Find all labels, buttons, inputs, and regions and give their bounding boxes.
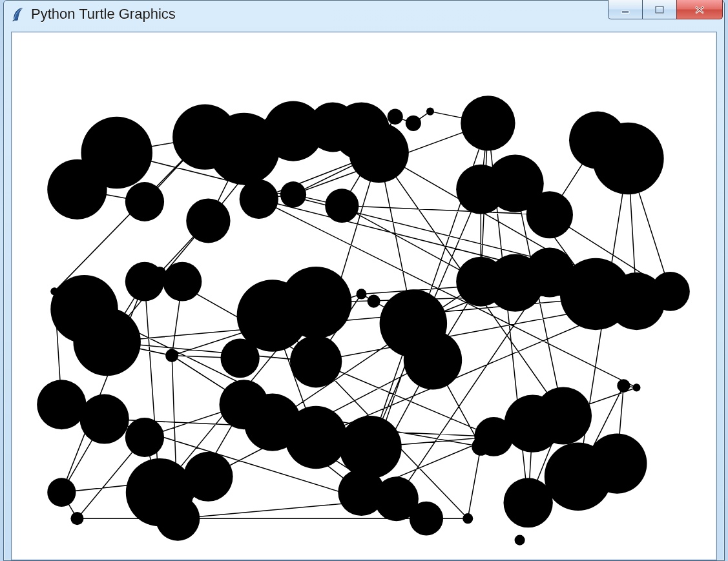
svg-point-28 — [325, 189, 359, 223]
svg-point-63 — [156, 496, 200, 541]
svg-rect-2 — [656, 6, 663, 13]
svg-point-21 — [461, 96, 515, 150]
titlebar[interactable]: Python Turtle Graphics — [4, 1, 724, 28]
window-controls — [608, 0, 723, 19]
svg-point-38 — [163, 262, 202, 301]
svg-point-44 — [356, 289, 366, 299]
svg-point-31 — [526, 191, 573, 238]
feather-icon — [10, 7, 25, 21]
svg-point-42 — [280, 267, 352, 339]
svg-rect-1 — [621, 11, 629, 13]
svg-point-47 — [404, 331, 462, 389]
svg-point-67 — [339, 416, 401, 478]
svg-point-20 — [426, 108, 434, 116]
svg-point-26 — [240, 179, 278, 219]
svg-line-0 — [13, 20, 14, 21]
svg-point-23 — [592, 123, 664, 195]
maximize-button[interactable] — [642, 0, 677, 19]
window-title: Python Turtle Graphics — [31, 6, 176, 23]
svg-point-27 — [280, 181, 306, 208]
svg-point-43 — [290, 335, 342, 387]
application-window: Python Turtle Graphics — [3, 0, 725, 561]
minimize-button[interactable] — [608, 0, 643, 19]
client-area — [11, 32, 717, 560]
svg-point-55 — [632, 383, 640, 391]
svg-point-76 — [503, 478, 552, 527]
svg-point-62 — [183, 452, 233, 502]
svg-point-35 — [73, 308, 140, 376]
close-button[interactable] — [676, 0, 723, 19]
svg-point-24 — [125, 182, 164, 221]
svg-point-53 — [651, 272, 690, 311]
svg-point-19 — [406, 116, 421, 131]
svg-point-60 — [125, 418, 164, 457]
svg-point-25 — [186, 198, 230, 243]
svg-point-57 — [79, 394, 129, 444]
svg-point-39 — [165, 349, 178, 362]
svg-point-75 — [535, 387, 592, 444]
svg-point-17 — [349, 123, 408, 183]
svg-point-70 — [410, 502, 443, 536]
turtle-canvas — [14, 34, 714, 558]
svg-rect-3 — [656, 6, 663, 13]
svg-point-9 — [47, 159, 107, 219]
svg-point-59 — [70, 512, 83, 525]
svg-point-45 — [368, 294, 380, 307]
svg-point-66 — [285, 406, 347, 469]
svg-point-79 — [515, 535, 525, 546]
svg-point-71 — [463, 513, 473, 524]
svg-point-56 — [37, 380, 86, 429]
svg-point-18 — [388, 109, 403, 125]
svg-point-58 — [47, 478, 76, 507]
svg-point-54 — [617, 379, 630, 392]
svg-point-78 — [587, 433, 647, 493]
